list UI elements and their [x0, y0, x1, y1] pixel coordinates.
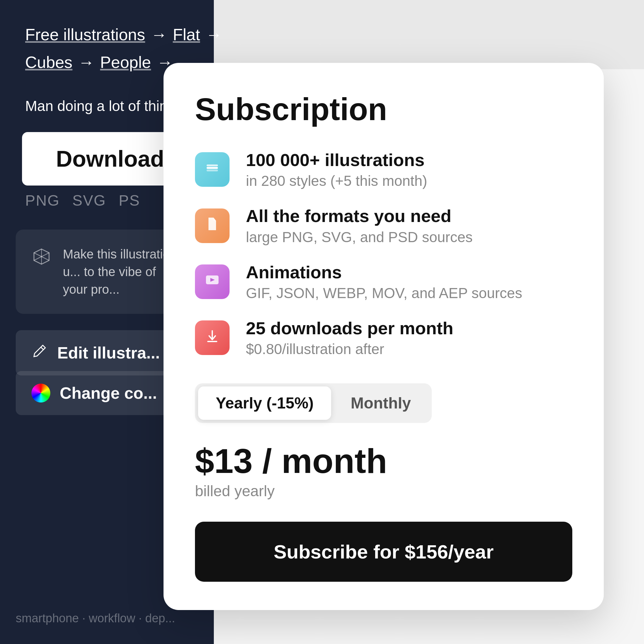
change-color-label: Change co... [60, 384, 157, 403]
format-svg: SVG [72, 192, 106, 209]
billing-yearly-button[interactable]: Yearly (-15%) [198, 386, 331, 420]
feature-subtitle-animations: GIF, JSON, WEBP, MOV, and AEP sources [246, 285, 522, 302]
feature-text-downloads: 25 downloads per month $0.80/illustratio… [246, 318, 453, 358]
price-amount: $13 / month [195, 442, 572, 480]
pencil-icon [31, 343, 48, 363]
make-unique-icon [31, 247, 52, 271]
breadcrumb-arrow-2: → [206, 25, 222, 44]
billing-monthly-button[interactable]: Monthly [333, 386, 429, 420]
modal-title: Subscription [195, 91, 572, 127]
price-section: $13 / month billed yearly [195, 442, 572, 500]
feature-icon-animations [195, 264, 230, 299]
subscription-modal: Subscription 100 000+ illustrations in 2… [164, 63, 604, 610]
svg-rect-4 [207, 167, 218, 169]
feature-title-illustrations: 100 000+ illustrations [246, 149, 427, 170]
feature-icon-formats [195, 208, 230, 243]
feature-item-formats: All the formats you need large PNG, SVG,… [195, 205, 572, 246]
feature-title-animations: Animations [246, 262, 522, 283]
breadcrumb-flat[interactable]: Flat [173, 25, 200, 44]
edit-illustration-label: Edit illustra... [57, 343, 160, 362]
feature-subtitle-downloads: $0.80/illustration after [246, 341, 453, 358]
feature-subtitle-formats: large PNG, SVG, and PSD sources [246, 229, 473, 246]
format-row: PNG SVG PS [25, 192, 140, 209]
svg-rect-5 [207, 164, 218, 166]
tags-area: smartphone · workflow · dep... [16, 612, 175, 625]
format-png: PNG [25, 192, 60, 209]
feature-icon-downloads [195, 320, 230, 355]
feature-item-animations: Animations GIF, JSON, WEBP, MOV, and AEP… [195, 262, 572, 302]
feature-text-animations: Animations GIF, JSON, WEBP, MOV, and AEP… [246, 262, 522, 302]
feature-title-downloads: 25 downloads per month [246, 318, 453, 339]
feature-icon-illustrations [195, 152, 230, 187]
svg-rect-6 [207, 169, 218, 171]
feature-subtitle-illustrations: in 280 styles (+5 this month) [246, 172, 427, 190]
color-wheel-icon [31, 384, 50, 403]
breadcrumb-arrow-3: → [78, 53, 94, 72]
subscribe-button[interactable]: Subscribe for $156/year [195, 522, 572, 582]
layers-icon [204, 159, 220, 180]
price-billing-note: billed yearly [195, 482, 572, 500]
format-ps: PS [119, 192, 140, 209]
file-icon [204, 216, 220, 236]
feature-list: 100 000+ illustrations in 280 styles (+5… [195, 149, 572, 358]
feature-item-downloads: 25 downloads per month $0.80/illustratio… [195, 318, 572, 358]
download-icon [204, 328, 220, 348]
breadcrumb-people[interactable]: People [100, 53, 151, 72]
breadcrumb-row-1: Free illustrations → Flat → [25, 25, 222, 44]
feature-title-formats: All the formats you need [246, 205, 473, 226]
svg-line-3 [41, 347, 43, 350]
feature-item-illustrations: 100 000+ illustrations in 280 styles (+5… [195, 149, 572, 190]
video-icon [204, 272, 220, 292]
feature-text-formats: All the formats you need large PNG, SVG,… [246, 205, 473, 246]
breadcrumb-arrow-1: → [151, 25, 167, 44]
light-background-top [214, 0, 644, 69]
feature-text-illustrations: 100 000+ illustrations in 280 styles (+5… [246, 149, 427, 190]
billing-toggle: Yearly (-15%) Monthly [195, 383, 432, 423]
breadcrumb-cubes[interactable]: Cubes [25, 53, 72, 72]
breadcrumb-free-illustrations[interactable]: Free illustrations [25, 25, 145, 44]
